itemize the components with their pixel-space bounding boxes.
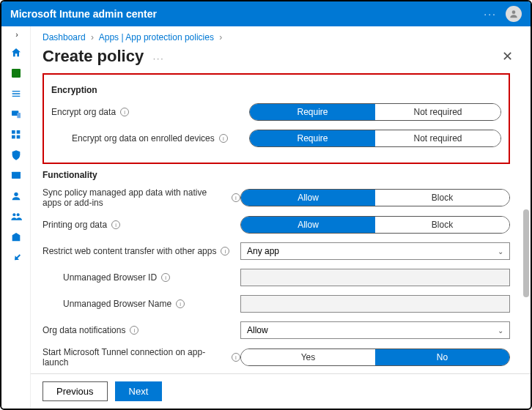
breadcrumb-item[interactable]: Dashboard — [43, 32, 86, 42]
security-icon[interactable] — [10, 149, 23, 162]
field-label: Printing org data — [43, 220, 107, 230]
encryption-highlight: Encryption Encrypt org data i Require No… — [43, 73, 510, 164]
info-icon[interactable]: i — [221, 247, 229, 256]
svg-point-0 — [512, 10, 516, 14]
page-title: Create policy — [43, 47, 144, 65]
toggle-encrypt-org-data[interactable]: Require Not required — [249, 103, 501, 121]
toggle-option-no[interactable]: No — [375, 349, 509, 365]
toggle-option-allow[interactable]: Allow — [241, 190, 375, 206]
product-name: Microsoft Intune admin center — [10, 8, 157, 20]
info-icon[interactable]: i — [176, 299, 185, 308]
users-icon[interactable] — [10, 190, 23, 203]
page-more-icon[interactable]: ··· — [153, 53, 165, 64]
svg-rect-3 — [17, 113, 21, 118]
apps-icon[interactable] — [10, 128, 23, 141]
toggle-encrypt-enrolled[interactable]: Require Not required — [249, 130, 501, 147]
toggle-option-not-required[interactable]: Not required — [375, 104, 500, 120]
field-label: Sync policy managed app data with native… — [43, 187, 227, 208]
info-icon[interactable]: i — [219, 134, 228, 143]
wizard-footer: Previous Next — [31, 373, 531, 409]
field-label: Org data notifications — [43, 325, 125, 335]
chevron-right-icon: › — [219, 32, 222, 42]
field-label: Encrypt org data — [51, 107, 116, 117]
select-notifications[interactable]: Allow ⌄ — [240, 321, 510, 339]
svg-point-9 — [14, 193, 18, 196]
chevron-right-icon: › — [91, 32, 94, 42]
select-value: Any app — [247, 246, 279, 256]
svg-rect-7 — [16, 135, 20, 139]
toggle-option-not-required[interactable]: Not required — [375, 130, 500, 146]
chevron-down-icon: ⌄ — [498, 327, 503, 335]
field-label: Unmanaged Browser ID — [63, 272, 157, 283]
close-icon[interactable]: ✕ — [496, 45, 519, 67]
avatar[interactable] — [506, 6, 522, 22]
expand-rail-icon[interactable]: ›› — [15, 31, 16, 39]
field-label: Unmanaged Browser Name — [63, 299, 171, 309]
svg-point-10 — [12, 213, 15, 216]
section-heading-functionality: Functionality — [43, 170, 510, 180]
groups-icon[interactable] — [10, 210, 23, 223]
toggle-option-yes[interactable]: Yes — [241, 349, 375, 365]
section-heading-encryption: Encryption — [51, 85, 501, 95]
header-more-icon[interactable]: ··· — [484, 8, 497, 20]
previous-button[interactable]: Previous — [43, 381, 108, 401]
field-label: Encrypt org data on enrolled devices — [72, 133, 215, 144]
devices-icon[interactable] — [10, 108, 23, 121]
tenant-icon[interactable] — [10, 231, 23, 244]
info-icon[interactable]: i — [161, 273, 170, 282]
field-label: Restrict web content transfer with other… — [43, 246, 216, 256]
svg-rect-6 — [12, 135, 15, 139]
field-label: Start Microsoft Tunnel connection on app… — [43, 347, 227, 368]
toggle-option-allow[interactable]: Allow — [241, 217, 375, 233]
input-unmanaged-browser-id[interactable] — [240, 269, 510, 286]
svg-rect-8 — [12, 172, 21, 179]
toggle-option-require[interactable]: Require — [250, 130, 375, 146]
scrollbar-thumb[interactable] — [523, 209, 529, 297]
reports-icon[interactable] — [10, 169, 23, 182]
toggle-printing[interactable]: Allow Block — [240, 216, 510, 234]
toggle-option-block[interactable]: Block — [375, 217, 509, 233]
toggle-option-block[interactable]: Block — [375, 190, 509, 206]
info-icon[interactable]: i — [232, 193, 240, 202]
toggle-option-require[interactable]: Require — [250, 104, 375, 120]
select-value: Allow — [247, 325, 268, 335]
svg-rect-5 — [16, 130, 20, 134]
svg-rect-4 — [12, 130, 15, 134]
svg-rect-1 — [12, 69, 21, 78]
info-icon[interactable]: i — [111, 220, 120, 229]
toggle-tunnel[interactable]: Yes No — [240, 348, 510, 366]
app-header: Microsoft Intune admin center ··· — [1, 1, 531, 26]
dashboard-icon[interactable] — [10, 67, 23, 80]
scrollbar[interactable] — [523, 100, 529, 378]
select-restrict-web[interactable]: Any app ⌄ — [240, 242, 510, 260]
left-nav-rail: ›› — [1, 26, 31, 409]
info-icon[interactable]: i — [232, 353, 240, 362]
svg-point-11 — [16, 213, 19, 216]
troubleshoot-icon[interactable] — [10, 251, 23, 264]
list-icon[interactable] — [10, 87, 23, 100]
next-button[interactable]: Next — [115, 381, 163, 401]
breadcrumb: Dashboard › Apps | App protection polici… — [31, 26, 531, 45]
info-icon[interactable]: i — [120, 108, 129, 116]
home-icon[interactable] — [10, 46, 23, 59]
info-icon[interactable]: i — [130, 326, 138, 335]
breadcrumb-item[interactable]: Apps | App protection policies — [99, 32, 214, 42]
toggle-sync-policy[interactable]: Allow Block — [240, 189, 510, 206]
person-icon — [509, 9, 519, 19]
input-unmanaged-browser-name[interactable] — [240, 295, 510, 313]
chevron-down-icon: ⌄ — [498, 247, 503, 256]
